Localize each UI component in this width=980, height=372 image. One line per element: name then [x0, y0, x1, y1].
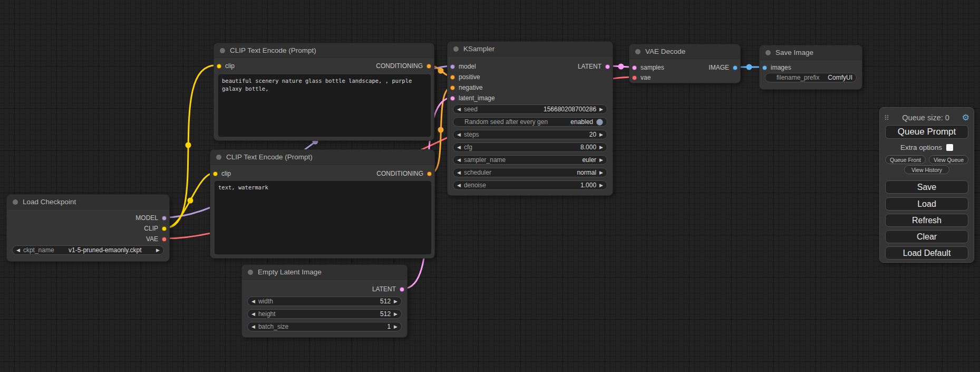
slot-dot-vae[interactable] — [632, 75, 637, 80]
drag-handle-icon[interactable]: ⠿ — [884, 114, 890, 122]
widget-label: width — [258, 298, 273, 305]
link-dot — [746, 64, 752, 70]
steps-stepper[interactable]: ◀ steps 20 ▶ — [453, 130, 607, 139]
collapse-dot-icon[interactable] — [635, 49, 641, 54]
slot-dot-image[interactable] — [762, 65, 767, 70]
input-slot-images[interactable]: images — [760, 63, 862, 72]
stepper-left-icon[interactable]: ◀ — [457, 180, 461, 190]
collapse-dot-icon[interactable] — [453, 46, 459, 52]
collapse-dot-icon[interactable] — [13, 199, 18, 205]
filename-prefix-field[interactable]: filename_prefix ComfyUI — [765, 73, 857, 82]
node-title-bar[interactable]: VAE Decode — [629, 44, 740, 59]
input-slot-positive[interactable]: positive — [448, 72, 613, 82]
stepper-right-icon[interactable]: ▶ — [599, 130, 603, 139]
slot-dot-conditioning[interactable] — [427, 171, 432, 176]
queue-front-button[interactable]: Queue Front — [885, 155, 926, 164]
slot-label: CONDITIONING — [376, 169, 423, 178]
output-slot-image[interactable]: IMAGE — [629, 63, 740, 72]
widget-label: cfg — [464, 144, 472, 151]
extra-options-checkbox[interactable] — [946, 144, 953, 151]
output-slot-model[interactable]: MODEL — [7, 213, 169, 223]
prompt-textarea[interactable]: beautiful scenery nature glass bottle la… — [218, 74, 431, 137]
refresh-button[interactable]: Refresh — [885, 214, 968, 227]
prompt-textarea[interactable]: text, watermark — [215, 181, 431, 254]
input-slot-latent-image[interactable]: latent_image — [448, 93, 613, 103]
queue-prompt-button[interactable]: Queue Prompt — [885, 125, 968, 139]
input-slot-negative[interactable]: negative — [448, 83, 613, 92]
output-slot-conditioning[interactable]: CONDITIONING — [214, 61, 434, 71]
widget-label: scheduler — [464, 169, 491, 176]
slot-dot-vae[interactable] — [162, 237, 167, 242]
view-queue-button[interactable]: View Queue — [929, 155, 968, 164]
output-slot-clip[interactable]: CLIP — [7, 224, 169, 233]
input-slot-vae[interactable]: vae — [629, 73, 740, 82]
stepper-left-icon[interactable]: ◀ — [457, 130, 461, 139]
sampler-name-combo[interactable]: ◀ sampler_name euler ▶ — [453, 155, 607, 165]
collapse-dot-icon[interactable] — [765, 50, 771, 55]
stepper-right-icon[interactable]: ▶ — [394, 309, 397, 319]
cfg-stepper[interactable]: ◀ cfg 8.000 ▶ — [453, 142, 607, 152]
random-seed-toggle[interactable]: Random seed after every gen enabled — [453, 117, 607, 127]
slot-dot-conditioning[interactable] — [450, 85, 455, 90]
clear-button[interactable]: Clear — [885, 230, 968, 243]
slot-dot-conditioning[interactable] — [426, 64, 431, 69]
stepper-left-icon[interactable]: ◀ — [251, 297, 255, 306]
collapse-dot-icon[interactable] — [248, 270, 253, 275]
view-history-button[interactable]: View History — [904, 165, 949, 174]
slot-dot-conditioning[interactable] — [450, 75, 455, 80]
stepper-left-icon[interactable]: ◀ — [457, 155, 461, 165]
slot-dot-model[interactable] — [162, 216, 167, 221]
stepper-left-icon[interactable]: ◀ — [251, 322, 255, 331]
stepper-left-icon[interactable]: ◀ — [457, 142, 461, 152]
node-title-bar[interactable]: CLIP Text Encode (Prompt) — [210, 150, 434, 165]
queue-small-buttons-row: Queue Front View Queue — [885, 155, 968, 164]
node-graph-canvas[interactable]: Load Checkpoint MODEL CLIP VAE ◀ ckpt_na… — [0, 0, 980, 372]
slot-dot-latent[interactable] — [450, 96, 455, 101]
stepper-right-icon[interactable]: ▶ — [599, 168, 603, 177]
node-title-bar[interactable]: Empty Latent Image — [242, 265, 407, 280]
load-default-button[interactable]: Load Default — [885, 246, 968, 260]
node-title: KSampler — [463, 45, 494, 53]
stepper-right-icon[interactable]: ▶ — [599, 104, 603, 114]
save-button[interactable]: Save — [885, 180, 968, 194]
stepper-right-icon[interactable]: ▶ — [599, 180, 603, 190]
width-stepper[interactable]: ◀ width 512 ▶ — [247, 297, 402, 306]
stepper-left-icon[interactable]: ◀ — [16, 245, 20, 255]
slot-dot-latent[interactable] — [605, 64, 610, 69]
collapse-dot-icon[interactable] — [220, 48, 225, 53]
stepper-right-icon[interactable]: ▶ — [394, 297, 397, 306]
slot-dot-latent[interactable] — [400, 287, 404, 292]
node-title-bar[interactable]: CLIP Text Encode (Prompt) — [214, 43, 434, 58]
output-slot-latent[interactable]: LATENT — [242, 284, 407, 294]
slot-label: LATENT — [372, 284, 396, 294]
slot-dot-image[interactable] — [733, 65, 738, 70]
node-empty-latent-image: Empty Latent Image LATENT ◀ width 512 ▶ … — [241, 264, 407, 338]
ckpt-name-combo[interactable]: ◀ ckpt_name v1-5-pruned-emaonly.ckpt ▶ — [12, 245, 164, 255]
toggle-knob-icon[interactable] — [596, 119, 603, 126]
stepper-left-icon[interactable]: ◀ — [251, 309, 255, 319]
collapse-dot-icon[interactable] — [216, 155, 221, 160]
height-stepper[interactable]: ◀ height 512 ▶ — [247, 309, 402, 319]
stepper-right-icon[interactable]: ▶ — [156, 245, 160, 255]
load-button[interactable]: Load — [885, 197, 968, 211]
scheduler-combo[interactable]: ◀ scheduler normal ▶ — [453, 168, 607, 177]
seed-stepper[interactable]: ◀ seed 156680208700286 ▶ — [453, 104, 607, 114]
denoise-stepper[interactable]: ◀ denoise 1.000 ▶ — [453, 180, 607, 190]
node-title-bar[interactable]: Save Image — [760, 45, 862, 60]
output-slot-latent[interactable]: LATENT — [448, 62, 613, 71]
link-dot — [438, 127, 444, 133]
stepper-right-icon[interactable]: ▶ — [394, 322, 397, 331]
widget-value: 20 — [482, 131, 596, 138]
stepper-right-icon[interactable]: ▶ — [599, 142, 603, 152]
output-slot-conditioning[interactable]: CONDITIONING — [210, 169, 434, 178]
stepper-left-icon[interactable]: ◀ — [457, 104, 461, 114]
stepper-right-icon[interactable]: ▶ — [599, 155, 603, 165]
output-slot-vae[interactable]: VAE — [7, 234, 169, 244]
node-title-bar[interactable]: KSampler — [448, 42, 613, 56]
batch-size-stepper[interactable]: ◀ batch_size 1 ▶ — [247, 322, 402, 331]
slot-dot-clip[interactable] — [162, 226, 167, 231]
node-title-bar[interactable]: Load Checkpoint — [7, 195, 169, 209]
settings-gear-icon[interactable]: ⚙ — [962, 113, 969, 122]
stepper-left-icon[interactable]: ◀ — [457, 168, 461, 177]
widget-label: height — [258, 310, 276, 318]
